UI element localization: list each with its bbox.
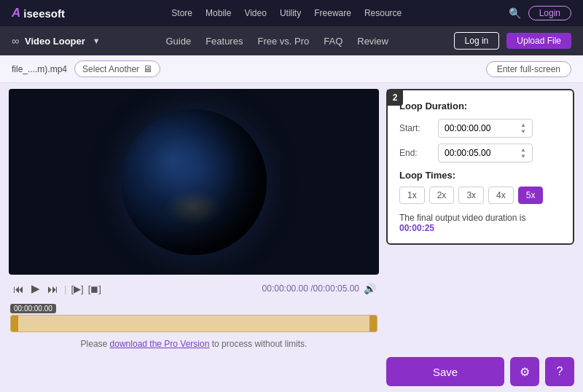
sub-nav-review[interactable]: Review bbox=[357, 36, 388, 47]
pro-version-link[interactable]: download the Pro Version bbox=[110, 339, 210, 349]
bracket-in-button[interactable]: [▶] bbox=[71, 283, 83, 294]
end-field-row: End: 00:00:05.00 ▲ ▼ bbox=[399, 144, 561, 162]
timeline-track[interactable] bbox=[10, 315, 377, 332]
sub-nav-left: ∞ Video Looper ▼ bbox=[12, 35, 101, 47]
mult-1x-button[interactable]: 1x bbox=[399, 187, 425, 204]
loop-icon: ∞ bbox=[12, 35, 19, 47]
arrow-up-icon: ▲ bbox=[520, 122, 526, 128]
upload-file-button[interactable]: Upload File bbox=[506, 33, 571, 49]
mult-5x-button[interactable]: 5x bbox=[518, 187, 544, 204]
mult-2x-button[interactable]: 2x bbox=[429, 187, 455, 204]
output-duration: 00:00:25 bbox=[399, 223, 434, 233]
sub-nav-faq[interactable]: FAQ bbox=[324, 36, 343, 47]
sub-nav-links: Guide Features Free vs. Pro FAQ Review bbox=[165, 36, 388, 47]
mult-4x-button[interactable]: 4x bbox=[488, 187, 514, 204]
bracket-out-button[interactable]: [◼] bbox=[88, 283, 101, 294]
top-nav-right: 🔍 Login bbox=[509, 6, 571, 20]
timeline-container: 00:00:00.00 bbox=[9, 302, 379, 332]
nav-freeware[interactable]: Freeware bbox=[314, 8, 351, 18]
pro-note-prefix: Please bbox=[81, 339, 110, 349]
search-icon[interactable]: 🔍 bbox=[509, 7, 521, 19]
login-button[interactable]: Login bbox=[528, 6, 571, 20]
dropdown-arrow-icon[interactable]: ▼ bbox=[93, 36, 101, 45]
arrow-up-icon: ▲ bbox=[520, 146, 526, 153]
time-display: 00:00:00.00 /00:00:05.00 bbox=[262, 283, 359, 294]
volume-icon[interactable]: 🔊 bbox=[364, 283, 376, 294]
sub-nav-right: Log in Upload File bbox=[454, 32, 571, 50]
timeline-handle-right[interactable] bbox=[369, 315, 377, 332]
nav-resource[interactable]: Resource bbox=[364, 8, 402, 18]
top-nav-links: Store Mobile Video Utility Freeware Reso… bbox=[171, 8, 402, 18]
pro-note-suffix: to process without limits. bbox=[209, 339, 307, 349]
arrow-down-icon: ▼ bbox=[520, 153, 526, 160]
pro-note: Please download the Pro Version to proce… bbox=[9, 337, 379, 351]
play-button[interactable]: ▶ bbox=[30, 281, 42, 297]
output-note-text: The final output video duration is bbox=[399, 213, 525, 223]
right-panel: 2 Loop Duration: Start: 00:00:00.00 ▲ ▼ … bbox=[386, 89, 574, 386]
mult-3x-button[interactable]: 3x bbox=[458, 187, 484, 204]
output-note: The final output video duration is 00:00… bbox=[399, 213, 561, 233]
nav-utility[interactable]: Utility bbox=[280, 8, 301, 18]
logo: A iseesoft bbox=[12, 6, 65, 20]
settings-button[interactable]: ⚙ bbox=[510, 357, 539, 386]
help-button[interactable]: ? bbox=[545, 357, 574, 386]
sub-nav-free-vs-pro[interactable]: Free vs. Pro bbox=[257, 36, 309, 47]
main-content: ⏮ ▶ ⏭ | [▶] [◼] 00:00:00.00 /00:00:05.00… bbox=[0, 83, 583, 392]
sub-nav-guide[interactable]: Guide bbox=[165, 36, 191, 47]
fullscreen-button[interactable]: Enter full-screen bbox=[486, 61, 571, 77]
save-button[interactable]: Save bbox=[386, 357, 504, 386]
start-time-input[interactable]: 00:00:00.00 ▲ ▼ bbox=[438, 119, 533, 138]
file-name: file_....m).mp4 bbox=[12, 64, 67, 74]
file-bar: file_....m).mp4 Select Another 🖥 Enter f… bbox=[0, 55, 583, 83]
start-field-row: Start: 00:00:00.00 ▲ ▼ bbox=[399, 119, 561, 138]
tool-name: Video Looper bbox=[25, 36, 85, 47]
video-player bbox=[9, 89, 379, 275]
earth-thumbnail bbox=[121, 109, 267, 255]
monitor-icon: 🖥 bbox=[143, 63, 152, 74]
playback-controls: ⏮ ▶ ⏭ | [▶] [◼] 00:00:00.00 /00:00:05.00… bbox=[9, 279, 379, 298]
timeline-handle-left[interactable] bbox=[11, 315, 18, 332]
sub-navigation: ∞ Video Looper ▼ Guide Features Free vs.… bbox=[0, 26, 583, 55]
arrow-down-icon: ▼ bbox=[520, 128, 526, 135]
separator: | bbox=[64, 283, 66, 294]
logo-text: iseesoft bbox=[23, 7, 65, 20]
skip-forward-button[interactable]: ⏭ bbox=[46, 281, 60, 297]
video-section: ⏮ ▶ ⏭ | [▶] [◼] 00:00:00.00 /00:00:05.00… bbox=[9, 89, 379, 386]
end-label: End: bbox=[399, 148, 432, 158]
multiplier-row: 1x 2x 3x 4x 5x bbox=[399, 187, 561, 204]
top-navigation: A iseesoft Store Mobile Video Utility Fr… bbox=[0, 0, 583, 26]
start-time-value: 00:00:00.00 bbox=[445, 123, 490, 133]
end-time-value: 00:00:05.00 bbox=[445, 148, 490, 158]
loop-settings-card: 2 Loop Duration: Start: 00:00:00.00 ▲ ▼ … bbox=[386, 89, 574, 245]
end-time-arrows[interactable]: ▲ ▼ bbox=[520, 146, 526, 160]
loop-times-title: Loop Times: bbox=[399, 170, 561, 181]
select-another-button[interactable]: Select Another 🖥 bbox=[74, 60, 160, 77]
start-label: Start: bbox=[399, 123, 432, 133]
sub-nav-features[interactable]: Features bbox=[206, 36, 243, 47]
end-time-input[interactable]: 00:00:05.00 ▲ ▼ bbox=[438, 144, 533, 162]
timeline-time-label: 00:00:00.00 bbox=[10, 304, 56, 313]
select-another-label: Select Another bbox=[82, 64, 139, 74]
duration-title: Loop Duration: bbox=[399, 101, 561, 111]
skip-back-button[interactable]: ⏮ bbox=[12, 281, 26, 297]
file-bar-left: file_....m).mp4 Select Another 🖥 bbox=[12, 60, 160, 77]
earth-lights bbox=[165, 189, 223, 226]
logo-a: A bbox=[12, 6, 20, 20]
log-in-button[interactable]: Log in bbox=[454, 32, 500, 50]
nav-mobile[interactable]: Mobile bbox=[206, 8, 231, 18]
save-row: Save ⚙ ? bbox=[386, 357, 574, 386]
nav-store[interactable]: Store bbox=[171, 8, 192, 18]
nav-video[interactable]: Video bbox=[244, 8, 266, 18]
start-time-arrows[interactable]: ▲ ▼ bbox=[520, 122, 526, 135]
card-number: 2 bbox=[387, 90, 403, 106]
